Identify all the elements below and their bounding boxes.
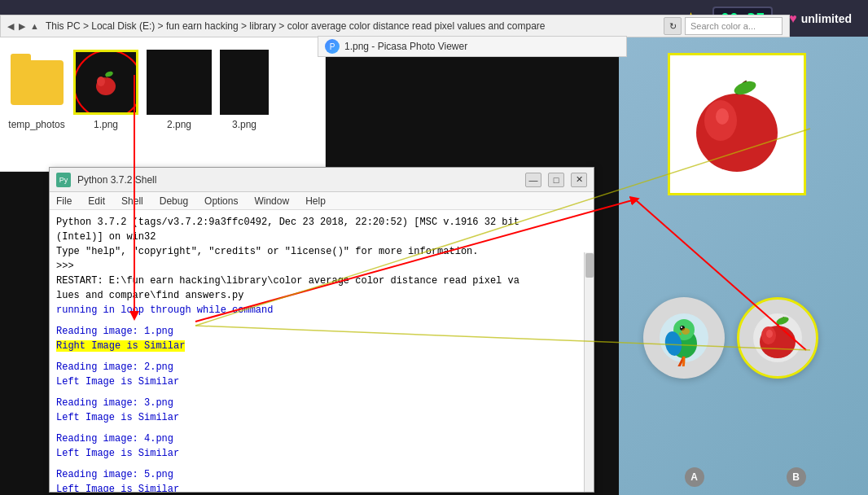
svg-point-2 [716, 108, 729, 125]
scroll-thumb[interactable] [585, 253, 594, 278]
apple-small-icon [749, 309, 806, 366]
maximize-button[interactable]: □ [548, 173, 564, 187]
shell-line-2: Type "help", "copyright", "credits" or "… [56, 244, 587, 259]
svg-point-14 [766, 330, 773, 338]
shell-line-1: (Intel)] on win32 [56, 230, 587, 244]
file-2png-box [147, 50, 212, 115]
file-explorer-content: temp_photos 1.png 2.png 3.png [0, 37, 326, 172]
python-icon: Py [56, 173, 71, 187]
forward-icon[interactable]: ▶ [19, 21, 25, 32]
file-1png-preview [94, 68, 118, 97]
menu-options[interactable]: Options [201, 195, 241, 207]
folder-shape [11, 60, 64, 105]
minimize-button[interactable]: — [525, 173, 541, 187]
shell-line-8: Reading image: 1.png [56, 324, 587, 339]
file-explorer-addressbar: ◀ ▶ ▲ This PC > Local Disk (E:) > fun ea… [0, 15, 790, 37]
menu-shell[interactable]: Shell [118, 195, 147, 207]
ab-labels: A B [643, 467, 847, 487]
apple-large-image [688, 72, 786, 177]
menu-window[interactable]: Window [251, 195, 292, 207]
refresh-button[interactable]: ↻ [664, 17, 682, 35]
shell-line-16 [56, 425, 587, 431]
python-shell-window[interactable]: Py Python 3.7.2 Shell — □ ✕ File Edit Sh… [49, 167, 594, 493]
shell-line-21: Left Image is Similar [56, 482, 587, 492]
shell-line-10 [56, 353, 587, 360]
apple-large-container [668, 53, 806, 195]
shell-line-0: Python 3.7.2 (tags/v3.7.2:9a3ffc0492, De… [56, 215, 587, 230]
shell-line-14: Reading image: 3.png [56, 396, 587, 410]
up-icon[interactable]: ▲ [30, 21, 39, 31]
svg-point-17 [97, 77, 105, 86]
game-area: A B [619, 37, 868, 495]
shell-line-13 [56, 389, 587, 396]
menu-edit[interactable]: Edit [85, 195, 108, 207]
picasa-icon: P [325, 39, 340, 54]
file-2png-label: 2.png [167, 119, 191, 130]
breadcrumb: This PC > Local Disk (E:) > fun earn hac… [46, 20, 660, 32]
parrot-circle [643, 297, 725, 379]
picasa-titlebar: P 1.png - Picasa Photo Viewer [318, 36, 627, 57]
label-b: B [787, 467, 806, 487]
menu-debug[interactable]: Debug [156, 195, 191, 207]
menu-help[interactable]: Help [302, 195, 329, 207]
file-3png-box [220, 50, 269, 115]
shell-line-17: Reading image: 4.png [56, 431, 587, 446]
picasa-title: 1.png - Picasa Photo Viewer [344, 41, 467, 52]
lives-display: ♥ unlimited [789, 11, 852, 26]
shell-line-3: >>> [56, 259, 587, 274]
folder-thumb[interactable]: temp_photos [8, 50, 65, 130]
parrot-icon [655, 309, 712, 366]
svg-point-10 [682, 328, 690, 335]
bottom-icons-row [643, 297, 863, 379]
file-1png-label: 1.png [94, 119, 118, 130]
shell-line-7 [56, 318, 587, 324]
shell-line-19 [56, 461, 587, 467]
label-a: A [685, 467, 704, 487]
lives-text: unlimited [801, 12, 852, 25]
file-1png-box [73, 50, 138, 115]
shell-body: Python 3.7.2 (tags/v3.7.2:9a3ffc0492, De… [50, 210, 594, 492]
shell-line-18: Left Image is Similar [56, 446, 587, 461]
shell-line-6: running in loop through while command [56, 303, 587, 318]
shell-content: Python 3.7.2 (tags/v3.7.2:9a3ffc0492, De… [50, 210, 594, 492]
shell-menubar: File Edit Shell Debug Options Window Hel… [50, 192, 594, 210]
file-3png-label: 3.png [232, 119, 256, 130]
menu-file[interactable]: File [53, 195, 75, 207]
file-3png-thumb[interactable]: 3.png [220, 50, 269, 130]
shell-line-15: Left Image is Similar [56, 410, 587, 425]
shell-titlebar: Py Python 3.7.2 Shell — □ ✕ [50, 168, 594, 192]
scrollbar[interactable] [584, 252, 594, 492]
shell-line-20: Reading image: 5.png [56, 467, 587, 482]
back-icon[interactable]: ◀ [7, 21, 14, 32]
shell-line-12: Left Image is Similar [56, 375, 587, 389]
shell-line-5: lues and compare\find answers.py [56, 288, 587, 303]
file-2png-thumb[interactable]: 2.png [147, 50, 212, 130]
file-1png-thumb[interactable]: 1.png [73, 50, 138, 130]
shell-line-4: RESTART: E:\fun earn hacking\library\col… [56, 274, 587, 288]
close-button[interactable]: ✕ [571, 173, 587, 187]
apple-circle [737, 297, 818, 379]
folder-icon [8, 50, 65, 115]
svg-point-8 [681, 326, 682, 328]
shell-title: Python 3.7.2 Shell [77, 174, 519, 186]
shell-line-11: Reading image: 2.png [56, 360, 587, 375]
folder-label: temp_photos [8, 119, 64, 130]
shell-line-9: Right Image is Similar [56, 339, 587, 353]
heart-icon: ♥ [789, 11, 797, 26]
search-input[interactable] [685, 17, 783, 35]
